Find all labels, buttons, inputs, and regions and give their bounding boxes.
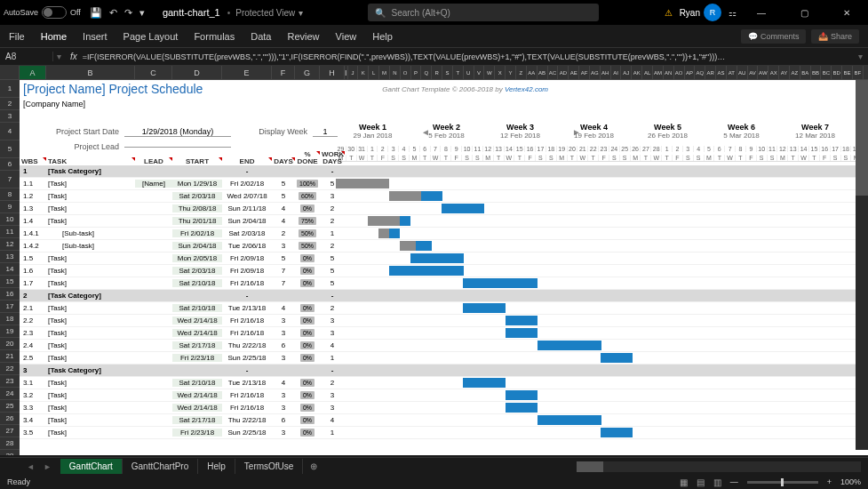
gantt-bar[interactable] [506,328,538,338]
header-days[interactable]: DAYS [272,157,295,165]
header-done[interactable]: % DONE [295,151,320,165]
col-header-N[interactable]: N [390,66,401,79]
row-header-14[interactable]: 14 [0,263,20,276]
col-header-AZ[interactable]: AZ [790,66,800,79]
page-break-icon[interactable]: ▥ [713,477,721,487]
sheet-tab-ganttchart[interactable]: GanttChart [60,459,123,474]
tab-view[interactable]: View [336,31,357,42]
col-header-AN[interactable]: AN [664,66,674,79]
col-header-AC[interactable]: AC [548,66,559,79]
row-header-6[interactable]: 6 [0,158,20,171]
gantt-bar[interactable] [389,191,421,201]
header-lead[interactable]: LEAD [135,157,172,165]
table-row[interactable]: 3.2[Task]Wed 2/14/18Fri 2/16/1830%3 [20,389,868,402]
row-header-12[interactable]: 12 [0,238,20,251]
table-row[interactable]: 1.2[Task]Sat 2/03/18Wed 2/07/18560%3 [20,190,868,203]
vscroll-thumb[interactable] [856,80,868,196]
undo-icon[interactable]: ↶ [109,7,117,19]
col-header-AS[interactable]: AS [716,66,727,79]
col-header-W[interactable]: W [484,66,495,79]
row-header-1[interactable]: 1 [0,80,20,98]
col-header-AO[interactable]: AO [674,66,685,79]
tab-formulas[interactable]: Formulas [194,31,235,42]
row-header-10[interactable]: 10 [0,213,20,226]
zoom-in-button[interactable]: + [827,477,832,486]
header-task[interactable]: TASK [46,157,135,165]
qat-dropdown-icon[interactable]: ▾ [139,7,145,19]
table-row[interactable]: 1[Task Category]-- [20,165,868,178]
row-header-3[interactable]: 3 [0,110,20,123]
row-header-17[interactable]: 17 [0,301,20,313]
tab-help[interactable]: Help [372,31,393,42]
gantt-bar[interactable] [389,266,464,276]
col-header-AV[interactable]: AV [748,66,759,79]
redo-icon[interactable]: ↷ [124,7,132,19]
tab-file[interactable]: File [9,31,25,42]
autosave-toggle[interactable]: AutoSave Off [4,6,81,19]
row-header-21[interactable]: 21 [0,350,20,363]
row-header-26[interactable]: 26 [0,413,20,425]
tab-insert[interactable]: Insert [83,31,108,42]
select-all-corner[interactable] [0,66,20,79]
table-row[interactable]: 1.4[Task]Thu 2/01/18Sun 2/04/18475%2 [20,215,868,228]
col-header-B[interactable]: B [46,66,135,79]
table-row[interactable]: 3[Task Category]-- [20,365,868,377]
col-header-AR[interactable]: AR [705,66,716,79]
row-header-23[interactable]: 23 [0,375,20,388]
tab-page-layout[interactable]: Page Layout [123,31,179,42]
col-header-M[interactable]: M [379,66,390,79]
hscroll-thumb[interactable] [577,461,603,472]
col-header-AF[interactable]: AF [579,66,590,79]
col-header-BE[interactable]: BE [842,66,853,79]
table-row[interactable]: 2.2[Task]Wed 2/14/18Fri 2/16/1830%3 [20,315,868,327]
header-start[interactable]: START [172,157,222,165]
normal-view-icon[interactable]: ▦ [680,477,688,487]
table-row[interactable]: 3.4[Task]Sat 2/17/18Thu 2/22/1860%4 [20,414,868,427]
gantt-bar[interactable] [463,303,506,313]
gantt-bar[interactable] [506,403,538,413]
col-header-AD[interactable]: AD [558,66,569,79]
gantt-bar[interactable] [463,278,538,288]
search-input[interactable]: 🔍 Search (Alt+Q) [368,4,599,21]
table-row[interactable]: 3.3[Task]Wed 2/14/18Fri 2/16/1830%3 [20,402,868,414]
formula-expand-icon[interactable]: ▾ [853,52,868,61]
col-header-L[interactable]: L [369,66,379,79]
horizontal-scrollbar[interactable] [577,461,861,472]
row-header-18[interactable]: 18 [0,313,20,325]
col-header-O[interactable]: O [401,66,411,79]
header-wbs[interactable]: WBS [20,157,46,165]
row-header-19[interactable]: 19 [0,325,20,338]
gantt-bar[interactable] [410,253,464,263]
share-button[interactable]: 📤 Share [811,29,859,44]
col-header-K[interactable]: K [358,66,369,79]
table-row[interactable]: 3.5[Task]Fri 2/23/18Sun 2/25/1830%1 [20,427,868,439]
credit-link[interactable]: Vertex42.com [505,85,548,93]
protected-view-label[interactable]: Protected View [235,8,295,18]
col-header-BC[interactable]: BC [821,66,832,79]
user-menu[interactable]: Ryan R [680,4,721,21]
col-header-AX[interactable]: AX [768,66,779,79]
gantt-bar[interactable] [400,241,416,251]
table-row[interactable]: 1.4.2[Sub-task]Sun 2/04/18Tue 2/06/18350… [20,240,868,253]
project-title[interactable]: [Project Name] Project Schedule [20,82,203,96]
warning-icon[interactable]: ⚠ [665,8,673,18]
add-sheet-button[interactable]: ⊕ [303,461,324,471]
col-header-V[interactable]: V [474,66,485,79]
display-week-value[interactable]: 1 [313,127,338,137]
col-header-X[interactable]: X [495,66,506,79]
table-row[interactable]: 1.4.1[Sub-task]Fri 2/02/18Sat 2/03/18250… [20,228,868,240]
close-button[interactable]: ✕ [829,0,864,25]
header-end[interactable]: END [222,157,272,165]
table-row[interactable]: 2.3[Task]Wed 2/14/18Fri 2/16/1830%3 [20,327,868,340]
col-header-T[interactable]: T [453,66,464,79]
ribbon-options-icon[interactable]: ⚏ [729,8,737,18]
gantt-bar[interactable] [442,204,484,213]
row-header-27[interactable]: 27 [0,425,20,437]
row-header-7[interactable]: 7 [0,171,20,188]
fx-button[interactable]: fx [65,52,83,61]
comments-button[interactable]: 💬 Comments [741,29,806,44]
col-header-D[interactable]: D [172,66,222,79]
col-header-F[interactable]: F [272,66,295,79]
zoom-slider[interactable] [747,481,818,484]
col-header-AY[interactable]: AY [779,66,790,79]
